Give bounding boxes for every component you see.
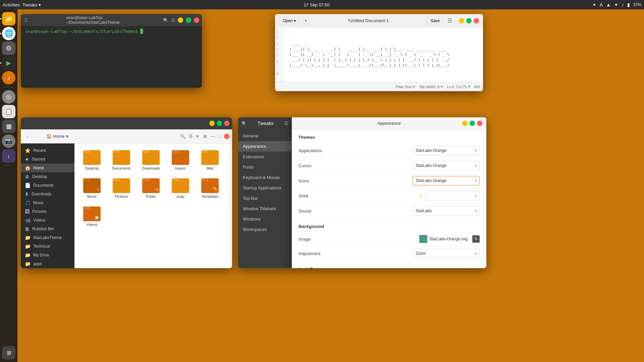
sidebar-item-home[interactable]: 🏠 Home: [21, 164, 74, 172]
terminal-content[interactable]: sean@sean-LabTop:~/Documents/StarLabsThe…: [21, 26, 202, 37]
files-maximize-icon[interactable]: □: [218, 134, 221, 139]
files-search-icon[interactable]: 🔍: [180, 134, 185, 139]
files-back-btn[interactable]: ›: [23, 132, 32, 140]
tweaks-nav-extensions[interactable]: Extensions: [238, 152, 292, 162]
appearance-minimize-btn[interactable]: —: [462, 121, 468, 126]
sidebar-item-videos[interactable]: 📹 Videos: [21, 216, 74, 225]
dock-item-music[interactable]: ♪: [2, 71, 15, 84]
file-item-snap[interactable]: snap: [167, 176, 194, 201]
dropdown-sound-arrow: ▾: [475, 209, 477, 213]
dropdown-icons[interactable]: StarLabs-Orange ▾: [413, 176, 480, 185]
tweaks-nav-workspaces[interactable]: Workspaces: [238, 224, 292, 235]
file-item-desktop[interactable]: Desktop: [78, 147, 105, 173]
shell-control: ⚠ ▾: [419, 191, 480, 200]
dock-item-grid[interactable]: ⊞: [2, 346, 15, 359]
battery-icon[interactable]: ▮: [627, 2, 630, 7]
topbar-datetime[interactable]: 17 Sep 07:50: [304, 2, 329, 7]
sidebar-item-downloads-label: Downloads: [32, 192, 51, 196]
file-item-pictures[interactable]: Pictures: [108, 176, 135, 201]
sidebar-item-pictures[interactable]: 🖼 Pictures: [21, 207, 74, 216]
terminal-menu-btn[interactable]: ☰: [23, 18, 28, 22]
sidebar-item-desktop[interactable]: 🖥 Desktop: [21, 172, 74, 181]
downloads-icon: ⬇: [25, 191, 29, 197]
editor-maximize-btn[interactable]: □: [466, 18, 472, 23]
tweaks-nav-keyboard[interactable]: Keyboard & Mouse: [238, 172, 292, 183]
files-grid-icon[interactable]: ⊞: [203, 134, 207, 139]
editor-save-btn[interactable]: Save: [427, 17, 443, 24]
sidebar-item-documents[interactable]: 📄 Documents: [21, 181, 74, 190]
file-item-public[interactable]: ◁ Public: [138, 176, 164, 201]
tweaks-nav-titlebars[interactable]: Window Titlebars: [238, 203, 292, 214]
editor-content[interactable]: 12345678 ____ _ _ _ _ _ / ___|| |_ __ _ …: [275, 27, 483, 82]
files-minimize-icon[interactable]: —: [210, 134, 215, 139]
dock-item-calc[interactable]: ▦: [2, 120, 15, 133]
file-item-mail[interactable]: Mail: [197, 147, 223, 173]
file-item-templates[interactable]: ✎ Templates: [197, 176, 223, 201]
dock-item-camera[interactable]: 📷: [2, 134, 15, 148]
dropdown-applications[interactable]: StarLabs-Orange ▾: [413, 146, 480, 155]
dock-item-chrome[interactable]: 🌐: [2, 27, 15, 40]
status-tab-width[interactable]: Tab Width: 8 ▾: [419, 84, 443, 89]
sidebar-item-rubbish[interactable]: 🗑 Rubbish Bin: [21, 225, 74, 233]
sidebar-item-apps[interactable]: 📁 apps: [21, 259, 74, 268]
files-list-icon[interactable]: ☰: [189, 134, 193, 139]
tweaks-nav-fonts[interactable]: Fonts: [238, 162, 292, 172]
dropdown-sound[interactable]: StarLabs ▾: [413, 206, 480, 216]
tweaks-nav-general[interactable]: General: [238, 131, 292, 141]
terminal-maximize-btn[interactable]: □: [186, 17, 191, 23]
terminal-close-btn[interactable]: ✕: [194, 17, 199, 23]
sidebar-item-starlabs[interactable]: 📁 StarLabsTheme: [21, 233, 74, 242]
editor-close-btn[interactable]: ✕: [474, 18, 479, 23]
sidebar-item-music[interactable]: 🎵 Music: [21, 198, 74, 207]
dock-item-target[interactable]: ◎: [2, 90, 15, 104]
file-item-downloads[interactable]: Downloads: [138, 147, 164, 173]
sidebar-item-recent[interactable]: ⭐ Recent: [21, 146, 74, 155]
menu-icon[interactable]: ☰: [171, 18, 175, 23]
editor-text-area[interactable]: ____ _ _ _ _ _ / ___|| |_ __ _ _ __| | _…: [284, 27, 483, 82]
dropdown-cursor[interactable]: StarLabs-Orange ▾: [413, 161, 480, 170]
network-icon[interactable]: ▲: [606, 2, 611, 7]
bluetooth-icon[interactable]: ✦: [614, 2, 618, 7]
files-maximize-btn[interactable]: □: [217, 121, 222, 126]
files-close-btn[interactable]: ✕: [224, 121, 229, 126]
appearance-maximize-btn[interactable]: □: [470, 121, 475, 126]
dock-item-terminal[interactable]: ▶: [2, 56, 15, 70]
files-minimize-btn[interactable]: —: [209, 121, 215, 126]
files-view-icon[interactable]: ▾: [196, 134, 199, 139]
tweaks-search-icon[interactable]: 🔍: [241, 121, 247, 126]
dock-item-notes[interactable]: 📋: [2, 105, 15, 118]
terminal-minimize-btn[interactable]: —: [178, 17, 183, 23]
sidebar-item-downloads[interactable]: ⬇ Downloads: [21, 190, 74, 198]
tweaks-nav-startup[interactable]: Startup Applications: [238, 183, 292, 193]
status-ln-col[interactable]: Ln 8, Col 75 ▾: [447, 84, 470, 89]
tweaks-nav-appearance[interactable]: Appearance: [238, 141, 292, 152]
file-item-insync[interactable]: Insync: [167, 147, 194, 173]
tweaks-nav-windows[interactable]: Windows: [238, 214, 292, 224]
dock-item-install[interactable]: ↓: [2, 149, 15, 163]
editor-menu-btn[interactable]: ☰: [446, 17, 453, 24]
files-breadcrumb-home[interactable]: 🏠 Home ▾: [44, 132, 71, 140]
activities-button[interactable]: Activities: [3, 2, 20, 7]
file-item-documents[interactable]: Documents: [108, 147, 135, 173]
status-plain-text[interactable]: Plain Text ▾: [396, 84, 415, 89]
files-nav-close-btn[interactable]: ✕: [224, 134, 229, 139]
file-item-videos[interactable]: ▶ Videos: [78, 204, 105, 229]
appearance-close-btn[interactable]: ✕: [477, 121, 482, 126]
dock-item-settings[interactable]: ⚙: [2, 42, 15, 55]
sidebar-item-mydrive[interactable]: 📁 My Drive: [21, 251, 74, 259]
sidebar-item-starred[interactable]: ★ Starred: [21, 155, 74, 164]
search-icon[interactable]: 🔍: [163, 18, 168, 23]
tweaks-menu[interactable]: Tweaks ▾: [22, 2, 41, 7]
editor-new-btn[interactable]: +: [302, 17, 310, 24]
sidebar-item-technical[interactable]: 📁 Technical: [21, 242, 74, 251]
dropdown-shell[interactable]: ▾: [426, 191, 480, 200]
bg-image-edit-btn[interactable]: ✎: [472, 235, 480, 243]
dock-item-files[interactable]: 📁: [2, 12, 15, 25]
volume-icon[interactable]: ♪: [622, 2, 624, 7]
tweaks-menu-icon[interactable]: ☰: [284, 121, 288, 126]
editor-open-btn[interactable]: Open ▾: [279, 17, 300, 24]
tweaks-nav-topbar[interactable]: Top Bar: [238, 193, 292, 203]
dropdown-bg-adjustment[interactable]: Zoom ▾: [413, 249, 480, 258]
editor-minimize-btn[interactable]: —: [459, 18, 464, 23]
file-item-music[interactable]: ♪ Music: [78, 176, 105, 201]
